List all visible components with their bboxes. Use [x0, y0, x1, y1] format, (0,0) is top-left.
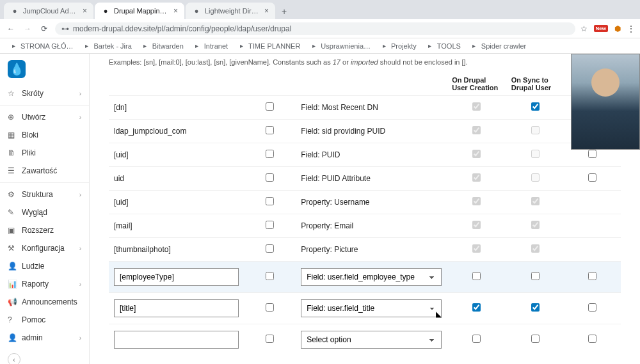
binary-checkbox[interactable] — [266, 335, 274, 343]
binary-checkbox[interactable] — [266, 150, 274, 158]
bookmark-star-icon[interactable]: ☆ — [580, 24, 588, 33]
menu-icon[interactable]: ⋮ — [627, 24, 635, 33]
sync-checkbox[interactable] — [531, 272, 540, 280]
bookmark-item[interactable]: ▸Bitwarden — [137, 40, 188, 52]
target-text: Property: Email — [301, 221, 353, 230]
source-input[interactable] — [114, 268, 239, 286]
source-text: [mail] — [114, 221, 132, 230]
creation-checkbox — [472, 126, 481, 134]
creation-checkbox — [472, 102, 481, 111]
bookmark-item[interactable]: ▸STRONA GŁÓ… — [5, 40, 77, 52]
source-text: [thumbnailphoto] — [114, 245, 171, 254]
sync-checkbox[interactable] — [531, 303, 540, 312]
extension-icon[interactable]: ⬢ — [614, 24, 621, 33]
target-text: Field: PUID — [301, 150, 340, 159]
back-button[interactable]: ← — [5, 23, 17, 35]
sidebar-label: Raporty — [22, 280, 49, 289]
target-text: Field: PUID Attribute — [301, 174, 371, 183]
browser-tab[interactable]: ●Drupal Mappings | Drus× — [95, 3, 184, 19]
sidebar-item[interactable]: ☆Skróty› — [0, 84, 89, 102]
browser-tab[interactable]: ●Lightweight Directory A× — [186, 3, 275, 19]
binary-checkbox[interactable] — [266, 102, 274, 111]
target-select[interactable]: Field: user.field_title — [301, 299, 442, 317]
creation-checkbox[interactable] — [472, 335, 481, 343]
sync-checkbox — [531, 173, 540, 182]
favicon-icon: ● — [192, 6, 201, 15]
revert-checkbox[interactable] — [588, 150, 596, 158]
creation-checkbox — [472, 197, 481, 205]
close-tab-icon[interactable]: × — [264, 6, 269, 15]
binary-checkbox[interactable] — [266, 244, 274, 253]
binary-checkbox[interactable] — [266, 221, 274, 229]
sidebar-item[interactable]: ▦Bloki — [0, 126, 89, 144]
sync-checkbox[interactable] — [531, 102, 540, 111]
target-select[interactable]: Select option — [301, 331, 442, 349]
url-bar[interactable]: ⊶ modern-drupal.ddev.site/pl/admin/confi… — [55, 22, 575, 35]
sidebar-item[interactable]: ⚒Konfiguracja› — [0, 239, 89, 257]
creation-checkbox[interactable] — [472, 272, 481, 280]
browser-tab[interactable]: ●JumpCloud Admin Porta× — [4, 3, 93, 19]
sidebar-item[interactable]: ▣Rozszerz — [0, 221, 89, 239]
sidebar-label: Struktura — [22, 190, 53, 199]
sidebar-item[interactable]: ⊕Utwórz› — [0, 108, 89, 126]
bookmark-item[interactable]: ▸TIME PLANNER — [233, 40, 304, 52]
close-tab-icon[interactable]: × — [173, 6, 178, 15]
sidebar-item[interactable]: ?Pomoc — [0, 311, 89, 329]
target-select[interactable]: Field: user.field_employee_type — [301, 268, 442, 286]
binary-checkbox[interactable] — [266, 272, 274, 280]
sidebar-item[interactable]: 📢Announcements — [0, 293, 89, 311]
tab-title: Drupal Mappings | Drus — [114, 7, 170, 15]
sidebar-item[interactable]: 👤admin› — [0, 329, 89, 347]
bookmark-item[interactable]: ▸Usprawnienia… — [305, 40, 374, 52]
sidebar-icon: 🗎 — [8, 148, 17, 157]
reload-button[interactable]: ⟳ — [38, 23, 50, 35]
bookmark-item[interactable]: ▸Bartek - Jira — [79, 40, 136, 52]
close-tab-icon[interactable]: × — [83, 6, 87, 15]
tab-title: Lightweight Directory A — [205, 7, 260, 15]
source-input[interactable] — [114, 299, 239, 317]
sidebar-item[interactable]: 📊Raporty› — [0, 275, 89, 293]
drupal-logo-icon[interactable]: 💧 — [8, 60, 26, 78]
sync-checkbox[interactable] — [531, 335, 540, 343]
sidebar-item[interactable]: ☰Zawartość — [0, 162, 89, 180]
table-row: [thumbnailphoto]Property: Picture — [109, 238, 621, 262]
chevron-right-icon: › — [79, 245, 81, 252]
source-text: uid — [114, 174, 124, 183]
creation-checkbox[interactable] — [472, 303, 481, 312]
binary-checkbox[interactable] — [266, 197, 274, 205]
sidebar-label: Wygląd — [22, 208, 47, 217]
sidebar-item[interactable]: ✎Wygląd — [0, 203, 89, 221]
forward-button[interactable]: → — [22, 23, 33, 35]
sidebar-label: Pliki — [22, 148, 36, 157]
sidebar-label: Zawartość — [22, 166, 57, 175]
source-input[interactable] — [114, 331, 239, 349]
sidebar-label: Pomoc — [22, 315, 45, 324]
mappings-table: On Drupal User Creation On Sync to Drupa… — [109, 72, 621, 355]
binary-checkbox[interactable] — [266, 126, 274, 134]
revert-checkbox[interactable] — [588, 272, 596, 280]
bookmark-item[interactable]: ▸Projekty — [376, 40, 420, 52]
bookmark-label: Spider crawler — [481, 42, 526, 50]
revert-checkbox[interactable] — [588, 173, 596, 182]
revert-checkbox[interactable] — [588, 303, 596, 312]
sync-checkbox — [531, 244, 540, 253]
source-text: [dn] — [114, 103, 127, 112]
creation-checkbox — [472, 244, 481, 253]
webcam-overlay — [571, 54, 640, 150]
revert-checkbox[interactable] — [588, 335, 596, 343]
binary-checkbox[interactable] — [266, 303, 274, 312]
binary-checkbox[interactable] — [266, 173, 274, 182]
site-info-icon[interactable]: ⊶ — [61, 24, 69, 33]
sidebar-item[interactable]: 🗎Pliki — [0, 144, 89, 162]
bookmark-item[interactable]: ▸TOOLS — [422, 40, 465, 52]
new-tab-button[interactable]: + — [276, 4, 292, 19]
sidebar: 💧 ☆Skróty›⊕Utwórz›▦Bloki🗎Pliki☰Zawartość… — [0, 54, 90, 364]
sidebar-item[interactable]: 👤Ludzie — [0, 257, 89, 275]
sidebar-item[interactable]: ⚙Struktura› — [0, 186, 89, 203]
bookmark-label: Bartek - Jira — [94, 42, 132, 50]
sync-checkbox — [531, 150, 540, 158]
bookmark-item[interactable]: ▸Spider crawler — [466, 40, 530, 52]
bookmark-item[interactable]: ▸Intranet — [189, 40, 232, 52]
sidebar-label: Bloki — [22, 131, 38, 139]
collapse-sidebar-button[interactable]: ‹ — [8, 353, 20, 364]
